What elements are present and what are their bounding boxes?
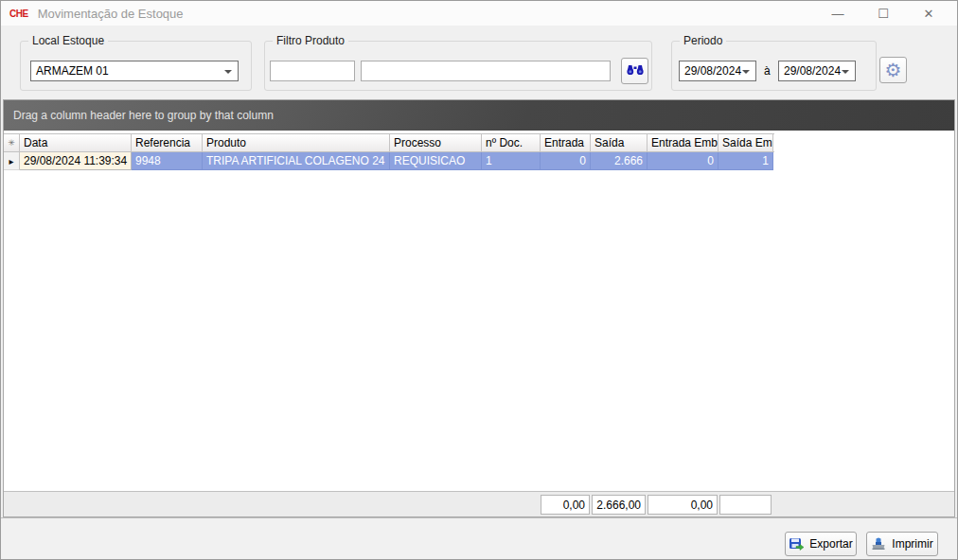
column-header-produto[interactable]: Produto — [203, 134, 390, 151]
column-header-entrada-emb[interactable]: Entrada Emb. — [648, 134, 718, 151]
periodo-label: Periodo — [680, 34, 726, 47]
export-icon — [789, 537, 804, 551]
stock-movement-grid: Drag a column header here to group by th… — [3, 99, 955, 517]
date-from-picker[interactable]: 29/08/2024 — [679, 61, 756, 81]
total-saida: 2.666,00 — [592, 495, 646, 515]
indicator-column-header: ✳ — [4, 134, 20, 151]
group-periodo: Periodo 29/08/2024 à 29/08/2024 — [671, 41, 877, 91]
title-bar: CHE Movimentação de Estoque — ☐ ✕ — [1, 1, 957, 26]
bottom-panel: Exportar Imprimir — [1, 517, 957, 559]
total-entrada-emb: 0,00 — [648, 495, 718, 515]
date-to-picker[interactable]: 29/08/2024 — [778, 61, 856, 81]
filtro-produto-label: Filtro Produto — [273, 34, 348, 47]
date-to-value: 29/08/2024 — [784, 64, 841, 78]
search-button[interactable] — [621, 58, 648, 84]
group-by-hint: Drag a column header here to group by th… — [13, 109, 274, 122]
cell-entrada-emb[interactable]: 0 — [648, 152, 718, 170]
column-header-saida-emb[interactable]: Saída Emb. — [718, 134, 773, 151]
chevron-down-icon — [842, 70, 849, 74]
app-logo-icon: CHE — [9, 9, 28, 19]
group-local-estoque: Local Estoque ARMAZEM 01 — [20, 41, 252, 91]
cell-saida-emb[interactable]: 1 — [718, 152, 773, 170]
cell-produto[interactable]: TRIPA ARTIFICIAL COLAGENO 24 — [203, 152, 390, 170]
window-title: Movimentação de Estoque — [38, 7, 184, 21]
grid-viewport: ✳ Data Referencia Produto Processo nº Do… — [4, 131, 954, 491]
chevron-down-icon — [742, 70, 750, 74]
column-header-referencia[interactable]: Referencia — [132, 134, 203, 151]
local-estoque-value: ARMAZEM 01 — [36, 64, 109, 78]
gear-icon: ⚙ — [885, 61, 902, 79]
column-header-ndoc[interactable]: nº Doc. — [482, 134, 541, 151]
summary-footer: 0,00 2.666,00 0,00 — [4, 491, 954, 516]
close-button[interactable]: ✕ — [906, 1, 951, 26]
cell-saida[interactable]: 2.666 — [591, 152, 648, 170]
maximize-button[interactable]: ☐ — [860, 1, 906, 26]
group-filtro-produto: Filtro Produto — [264, 41, 652, 91]
date-from-value: 29/08/2024 — [684, 64, 741, 78]
cell-processo[interactable]: REQUISICAO — [390, 152, 482, 170]
column-header-processo[interactable]: Processo — [390, 134, 482, 151]
total-saida-emb — [719, 495, 772, 515]
table-row[interactable]: ▸ 29/08/2024 11:39:34 9948 TRIPA ARTIFIC… — [4, 152, 774, 170]
export-button-label: Exportar — [809, 537, 852, 551]
app-window: CHE Movimentação de Estoque — ☐ ✕ Local … — [0, 0, 958, 560]
cell-ndoc[interactable]: 1 — [482, 152, 541, 170]
date-separator-label: à — [764, 64, 771, 78]
chevron-down-icon — [224, 70, 232, 74]
export-button[interactable]: Exportar — [785, 532, 857, 556]
produto-name-input[interactable] — [361, 61, 611, 81]
produto-code-input[interactable] — [270, 61, 355, 81]
local-estoque-combobox[interactable]: ARMAZEM 01 — [30, 61, 239, 81]
settings-button[interactable]: ⚙ — [879, 57, 907, 83]
row-arrow-icon: ▸ — [9, 156, 13, 166]
print-button-label: Imprimir — [892, 537, 932, 551]
column-header-data[interactable]: Data — [20, 134, 132, 151]
column-header-row: ✳ Data Referencia Produto Processo nº Do… — [4, 133, 774, 152]
row-indicator: ▸ — [4, 152, 20, 170]
group-by-panel[interactable]: Drag a column header here to group by th… — [4, 100, 954, 131]
minimize-button[interactable]: — — [815, 1, 860, 26]
column-header-entrada[interactable]: Entrada — [541, 134, 591, 151]
binoculars-icon — [627, 62, 644, 79]
asterisk-icon: ✳ — [8, 138, 15, 148]
cell-referencia[interactable]: 9948 — [132, 152, 203, 170]
print-button[interactable]: Imprimir — [866, 532, 938, 556]
toolbar: Local Estoque ARMAZEM 01 Filtro Produto — [1, 26, 957, 99]
window-controls: — ☐ ✕ — [815, 1, 951, 26]
column-header-saida[interactable]: Saída — [591, 134, 648, 151]
local-estoque-label: Local Estoque — [28, 34, 108, 47]
total-entrada: 0,00 — [541, 495, 590, 515]
cell-entrada[interactable]: 0 — [541, 152, 591, 170]
cell-data[interactable]: 29/08/2024 11:39:34 — [20, 152, 132, 170]
printer-icon — [871, 537, 886, 551]
